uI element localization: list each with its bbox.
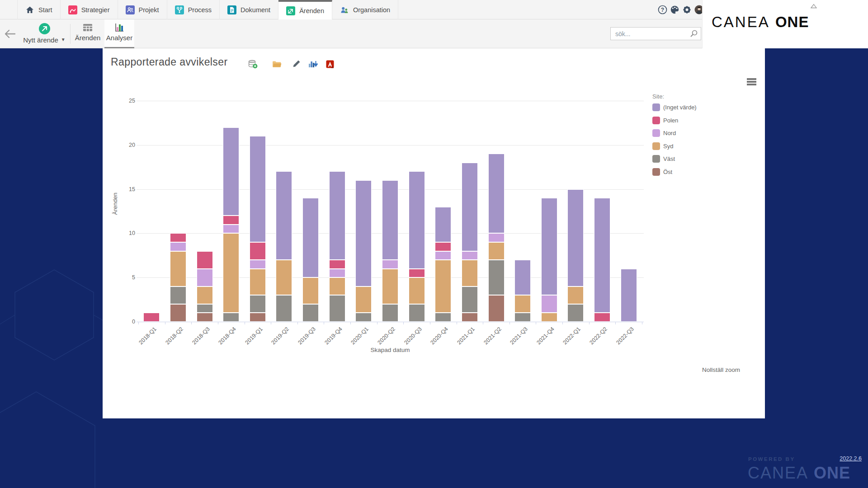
bar-segment-2018-Q3-Polen[interactable] (197, 251, 213, 269)
bar-segment-2020-Q1-Syd[interactable] (355, 286, 372, 313)
bar-segment-2018-Q3-Väst[interactable] (197, 304, 213, 313)
bar-segment-2019-Q4-Nord[interactable] (329, 269, 345, 277)
legend-item-Nord[interactable]: Nord (652, 129, 697, 137)
bar-segment-2019-Q3-Ingetvärde[interactable] (302, 198, 319, 277)
cases-list-label: Ärenden (75, 34, 101, 42)
tab-dokument[interactable]: Dokument (220, 0, 278, 19)
cases-list-button[interactable]: Ärenden (74, 19, 102, 48)
tab-start[interactable]: Start (17, 0, 61, 19)
settings-button[interactable] (682, 5, 692, 16)
legend-item-Ingetvärde[interactable]: (Inget värde) (652, 103, 697, 111)
bar-segment-2021-Q2-Väst[interactable] (488, 260, 505, 295)
bar-segment-2020-Q2-Ingetvärde[interactable] (382, 180, 398, 260)
search-input[interactable] (611, 28, 701, 40)
bar-segment-2019-Q1-Öst[interactable] (250, 313, 266, 322)
bar-segment-2021-Q1-Syd[interactable] (462, 260, 478, 286)
legend-item-Syd[interactable]: Syd (652, 142, 697, 150)
legend-item-Öst[interactable]: Öst (652, 168, 697, 176)
bar-segment-2022-Q2-Polen[interactable] (594, 313, 610, 322)
bar-segment-2019-Q3-Väst[interactable] (302, 304, 319, 322)
bar-segment-2018-Q2-Nord[interactable] (170, 242, 186, 251)
bar-segment-2019-Q4-Ingetvärde[interactable] (329, 171, 345, 260)
bar-segment-2020-Q1-Väst[interactable] (355, 313, 372, 322)
bar-segment-2020-Q3-Polen[interactable] (409, 269, 425, 277)
bar-segment-2021-Q1-Öst[interactable] (462, 313, 478, 322)
tab-arenden[interactable]: Ärenden (278, 0, 332, 20)
bar-segment-2022-Q1-Ingetvärde[interactable] (567, 189, 584, 286)
analyses-button-active[interactable]: Analyser (104, 19, 134, 48)
bar-segment-2019-Q4-Polen[interactable] (329, 260, 345, 269)
bar-segment-2018-Q4-Ingetvärde[interactable] (223, 127, 239, 216)
bar-segment-2022-Q3-Ingetvärde[interactable] (621, 269, 637, 322)
legend-item-Väst[interactable]: Väst (652, 155, 697, 163)
tab-organisation[interactable]: Organisation (332, 0, 398, 19)
bar-segment-2020-Q3-Ingetvärde[interactable] (409, 171, 425, 269)
legend-item-Polen[interactable]: Polen (652, 117, 697, 124)
bar-segment-2022-Q1-Syd[interactable] (567, 286, 584, 304)
bar-segment-2018-Q3-Öst[interactable] (197, 313, 213, 322)
bar-segment-2020-Q2-Syd[interactable] (382, 269, 398, 304)
back-button[interactable] (3, 27, 17, 41)
bar-segment-2019-Q1-Väst[interactable] (250, 295, 266, 313)
bar-segment-2021-Q3-Ingetvärde[interactable] (514, 260, 531, 295)
bar-segment-2020-Q2-Väst[interactable] (382, 304, 398, 322)
bar-segment-2021-Q2-Syd[interactable] (488, 242, 505, 260)
bar-segment-2019-Q3-Syd[interactable] (302, 277, 319, 304)
tab-strategier[interactable]: Strategier (61, 0, 118, 19)
bar-segment-2018-Q2-Väst[interactable] (170, 286, 186, 304)
bar-segment-2021-Q4-Syd[interactable] (541, 313, 557, 322)
bar-segment-2021-Q1-Väst[interactable] (462, 286, 478, 313)
bar-segment-2019-Q4-Syd[interactable] (329, 277, 345, 295)
bar-segment-2018-Q4-Nord[interactable] (223, 225, 239, 233)
bar-segment-2018-Q1-Polen[interactable] (143, 313, 160, 322)
x-tick-label: 2019-Q3 (297, 326, 317, 346)
chevron-up-icon[interactable] (810, 4, 817, 9)
bar-segment-2019-Q1-Ingetvärde[interactable] (250, 136, 266, 242)
bar-segment-2018-Q2-Öst[interactable] (170, 304, 186, 322)
bar-segment-2021-Q2-Nord[interactable] (488, 233, 505, 242)
bar-segment-2022-Q2-Ingetvärde[interactable] (594, 198, 610, 313)
bar-segment-2020-Q4-Väst[interactable] (435, 313, 451, 322)
bar-segment-2018-Q2-Syd[interactable] (170, 251, 186, 286)
new-case-button[interactable]: Nytt ärende ▼ (19, 19, 70, 48)
bar-segment-2018-Q4-Syd[interactable] (223, 233, 239, 313)
bar-segment-2019-Q1-Polen[interactable] (250, 242, 266, 260)
bar-segment-2018-Q3-Nord[interactable] (197, 269, 213, 286)
bar-segment-2021-Q2-Öst[interactable] (488, 295, 505, 322)
bar-segment-2019-Q2-Ingetvärde[interactable] (276, 171, 292, 260)
tab-projekt[interactable]: Projekt (118, 0, 167, 19)
bar-segment-2018-Q2-Polen[interactable] (170, 233, 186, 242)
bar-segment-2021-Q1-Nord[interactable] (462, 251, 478, 260)
bar-segment-2019-Q2-Syd[interactable] (276, 260, 292, 295)
bar-segment-2022-Q1-Väst[interactable] (567, 304, 584, 322)
help-button[interactable]: ? (658, 5, 667, 16)
bar-segment-2021-Q4-Ingetvärde[interactable] (541, 198, 557, 295)
x-axis-tick (377, 322, 377, 324)
bar-segment-2020-Q4-Nord[interactable] (435, 251, 451, 260)
bar-segment-2021-Q3-Väst[interactable] (514, 313, 531, 322)
version-link[interactable]: 2022.2.6 (840, 455, 862, 462)
bar-segment-2020-Q3-Väst[interactable] (409, 304, 425, 322)
bar-segment-2020-Q4-Ingetvärde[interactable] (435, 207, 451, 242)
bar-segment-2019-Q2-Väst[interactable] (276, 295, 292, 322)
bar-segment-2020-Q4-Polen[interactable] (435, 242, 451, 251)
bar-segment-2018-Q4-Väst[interactable] (223, 313, 239, 322)
tab-process[interactable]: Process (167, 0, 220, 19)
bar-segment-2020-Q1-Ingetvärde[interactable] (355, 180, 372, 286)
bar-segment-2021-Q2-Ingetvärde[interactable] (488, 154, 505, 233)
theme-button[interactable] (670, 5, 679, 16)
bar-segment-2021-Q1-Ingetvärde[interactable] (462, 163, 478, 251)
bar-segment-2018-Q4-Polen[interactable] (223, 216, 239, 225)
search-icon[interactable] (690, 29, 698, 38)
bar-segment-2018-Q3-Syd[interactable] (197, 286, 213, 304)
bar-segment-2019-Q1-Nord[interactable] (250, 260, 266, 269)
dropdown-caret-icon[interactable]: ▼ (61, 37, 66, 42)
reset-zoom-button[interactable]: Nollställ zoom (695, 366, 740, 373)
bar-segment-2019-Q4-Väst[interactable] (329, 295, 345, 322)
bar-segment-2021-Q3-Syd[interactable] (514, 295, 531, 313)
bar-segment-2021-Q4-Nord[interactable] (541, 295, 557, 313)
bar-segment-2019-Q1-Syd[interactable] (250, 269, 266, 295)
bar-segment-2020-Q3-Syd[interactable] (409, 277, 425, 304)
bar-segment-2020-Q4-Syd[interactable] (435, 260, 451, 313)
bar-segment-2020-Q2-Nord[interactable] (382, 260, 398, 269)
